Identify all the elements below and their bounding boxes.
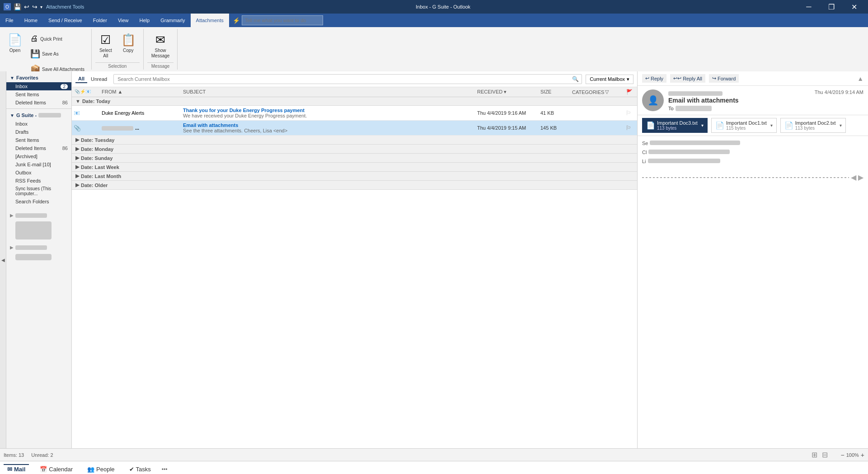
menu-send-receive[interactable]: Send / Receive bbox=[43, 14, 88, 27]
search-icon[interactable]: 🔍 bbox=[569, 75, 582, 84]
nav-mail[interactable]: ✉ Mail bbox=[4, 464, 29, 474]
open-button[interactable]: 📄 Open bbox=[4, 31, 26, 56]
quick-access-redo[interactable]: ↪ bbox=[32, 3, 38, 10]
email-row-2[interactable]: 📎 ... Email with attachments See the thr… bbox=[72, 121, 637, 136]
attachment-chip-1[interactable]: 📄 Important Doc3.txt 113 bytes ▾ bbox=[642, 118, 708, 133]
email-2-from: ... bbox=[99, 124, 180, 131]
menu-attachments[interactable]: Attachments bbox=[191, 14, 229, 27]
zoom-out-button[interactable]: − bbox=[840, 451, 844, 459]
search-input[interactable] bbox=[114, 75, 569, 83]
sidebar-item-rss[interactable]: RSS Feeds bbox=[6, 177, 71, 185]
select-all-button[interactable]: ☑ SelectAll bbox=[95, 31, 116, 61]
sidebar-item-junk[interactable]: Junk E-mail [10] bbox=[6, 160, 71, 169]
body-label-2: Cl bbox=[642, 150, 647, 155]
col-categories[interactable]: CATEGORIES ▽ bbox=[569, 88, 624, 96]
col-received[interactable]: RECEIVED ▾ bbox=[474, 88, 538, 96]
date-group-last-week[interactable]: ▶ Date: Last Week bbox=[72, 163, 637, 172]
sidebar-item-sent[interactable]: Sent Items bbox=[6, 136, 71, 144]
favorites-header[interactable]: ▼ Favorites bbox=[6, 73, 71, 82]
minimize-button[interactable]: ─ bbox=[798, 0, 819, 14]
reply-button[interactable]: ↩ Reply bbox=[642, 74, 666, 83]
compact-view-icon[interactable]: ⊞ bbox=[810, 450, 819, 460]
menu-folder[interactable]: Folder bbox=[88, 14, 113, 27]
title-bar: O 💾 ↩ ↪ ▾ Attachment Tools Inbox - G Sui… bbox=[0, 0, 868, 14]
menu-grammarly[interactable]: Grammarly bbox=[155, 14, 190, 27]
nav-more-button[interactable]: ••• bbox=[162, 466, 168, 473]
zoom-level: 100% bbox=[846, 452, 859, 458]
close-button[interactable]: ✕ bbox=[844, 0, 864, 14]
quick-print-button[interactable]: 🖨 Quick Print bbox=[27, 32, 88, 46]
date-group-sunday[interactable]: ▶ Date: Sunday bbox=[72, 154, 637, 163]
sidebar-item-archived[interactable]: [Archived] bbox=[6, 152, 71, 160]
forward-icon: ↪ bbox=[712, 75, 716, 81]
ribbon-message-label: Message bbox=[147, 62, 174, 70]
sidebar-expand-2[interactable]: ▶ bbox=[6, 243, 71, 252]
tell-me-input[interactable] bbox=[242, 15, 323, 25]
normal-view-icon[interactable]: ⊟ bbox=[820, 450, 830, 460]
attachment-chip-3[interactable]: 📄 Important Doc2.txt 113 bytes ▾ bbox=[780, 118, 846, 133]
nav-calendar[interactable]: 📅 Calendar bbox=[36, 464, 76, 474]
date-group-last-month[interactable]: ▶ Date: Last Month bbox=[72, 172, 637, 181]
show-message-button[interactable]: ✉ ShowMessage bbox=[147, 31, 174, 61]
unread-count: Unread: 2 bbox=[31, 452, 53, 458]
col-from[interactable]: FROM ▲ bbox=[99, 88, 180, 96]
to-label: To bbox=[668, 106, 674, 111]
sidebar-expand-1[interactable]: ▶ bbox=[6, 211, 71, 220]
attachment-3-expand[interactable]: ▾ bbox=[840, 123, 842, 128]
date-group-today[interactable]: ▼ Date: Today bbox=[72, 97, 637, 106]
attachment-chip-2[interactable]: 📄 Important Doc1.txt 115 bytes ▾ bbox=[711, 118, 777, 133]
zoom-in-button[interactable]: + bbox=[861, 451, 864, 459]
sidebar-item-outbox[interactable]: Outbox bbox=[6, 169, 71, 177]
body-label-1: Se bbox=[642, 141, 648, 146]
tuesday-expand-icon: ▶ bbox=[75, 137, 79, 143]
date-group-older[interactable]: ▶ Date: Older bbox=[72, 181, 637, 190]
sidebar-item-sync[interactable]: Sync Issues (This computer... bbox=[6, 185, 71, 197]
copy-button[interactable]: 📋 Copy bbox=[117, 31, 140, 56]
sidebar-collapse-button[interactable]: ◀ bbox=[0, 71, 6, 448]
email-timestamp: Thu 4/4/2019 9:14 AM bbox=[815, 89, 863, 95]
squiggle-nav-right[interactable]: ▶ bbox=[858, 173, 863, 182]
body-label-3: Li bbox=[642, 159, 646, 164]
email-row-1[interactable]: 📧 Duke Energy Alerts Thank you for your … bbox=[72, 106, 637, 121]
quick-access-dropdown[interactable]: ▾ bbox=[40, 5, 42, 9]
save-as-button[interactable]: 💾 Save As bbox=[27, 47, 88, 61]
view-all-button[interactable]: All bbox=[75, 75, 87, 83]
attachment-1-expand[interactable]: ▾ bbox=[701, 123, 704, 128]
email-2-flag[interactable]: 🏳 bbox=[624, 123, 637, 132]
menu-file[interactable]: File bbox=[0, 14, 19, 27]
forward-button[interactable]: ↪ Forward bbox=[709, 74, 739, 83]
email-1-size: 41 KB bbox=[538, 109, 569, 117]
email-subject: Email with attachments bbox=[668, 97, 863, 104]
sidebar-item-deleted-favorites[interactable]: Deleted Items 86 bbox=[6, 99, 71, 107]
nav-tasks[interactable]: ✔ Tasks bbox=[126, 464, 155, 474]
ribbon-group-selection: ☑ SelectAll 📋 Copy Selection bbox=[92, 29, 144, 70]
sidebar-item-deleted[interactable]: Deleted Items 86 bbox=[6, 144, 71, 152]
quick-access-save[interactable]: 💾 bbox=[14, 3, 21, 10]
col-size: SIZE bbox=[538, 88, 569, 96]
restore-button[interactable]: ❐ bbox=[821, 0, 842, 14]
squiggle-nav-left[interactable]: ◀ bbox=[851, 173, 856, 182]
sidebar-item-drafts[interactable]: Drafts bbox=[6, 128, 71, 136]
sidebar-item-sent-favorites[interactable]: Sent Items bbox=[6, 90, 71, 99]
reply-all-button[interactable]: ↩↩ Reply All bbox=[670, 74, 705, 83]
email-2-preview: See the three attachments. Cheers, Lisa … bbox=[183, 128, 472, 133]
menu-view[interactable]: View bbox=[113, 14, 134, 27]
nav-people[interactable]: 👥 People bbox=[84, 464, 118, 474]
favorites-label: Favorites bbox=[16, 75, 38, 80]
sidebar-item-search-folders[interactable]: Search Folders bbox=[6, 197, 71, 206]
menu-home[interactable]: Home bbox=[19, 14, 43, 27]
sidebar-placeholder-group1 bbox=[6, 220, 71, 241]
attachment-2-expand[interactable]: ▾ bbox=[770, 123, 773, 128]
pane-scroll-up[interactable]: ▲ bbox=[857, 75, 863, 82]
search-scope-button[interactable]: Current Mailbox ▾ bbox=[586, 75, 633, 84]
quick-access-undo[interactable]: ↩ bbox=[24, 3, 29, 10]
sidebar-item-inbox-gsuite[interactable]: Inbox bbox=[6, 120, 71, 128]
date-group-monday[interactable]: ▶ Date: Monday bbox=[72, 145, 637, 154]
gsuite-header[interactable]: ▼ G Suite - bbox=[6, 111, 71, 120]
view-unread-button[interactable]: Unread bbox=[88, 75, 110, 83]
email-2-size: 145 KB bbox=[538, 124, 569, 131]
menu-help[interactable]: Help bbox=[134, 14, 155, 27]
date-group-tuesday[interactable]: ▶ Date: Tuesday bbox=[72, 136, 637, 145]
sidebar-item-inbox-favorites[interactable]: Inbox 2 bbox=[6, 82, 71, 90]
email-1-flag[interactable]: 🏳 bbox=[624, 108, 637, 117]
